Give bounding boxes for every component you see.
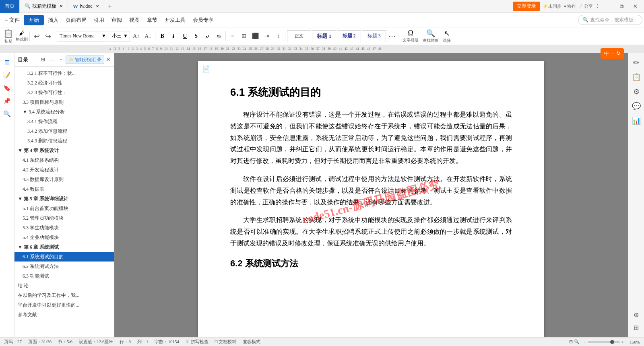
add-tab-button[interactable]: + (104, 3, 116, 10)
redo-button[interactable]: ↪ (43, 30, 53, 42)
zoom-minus[interactable]: − (584, 340, 586, 344)
menu-chapter[interactable]: 章节 (144, 15, 161, 25)
toc-icon-button[interactable]: ☰ (1, 56, 13, 68)
zoom-slider-thumb[interactable] (610, 340, 614, 344)
ai-recognize-button[interactable]: ✨ 智能识别目录 (66, 56, 104, 64)
menu-review[interactable]: 审阅 (108, 15, 125, 25)
tab-home[interactable]: 首页 (0, 0, 20, 13)
floating-toolbar-action[interactable]: ↻ (616, 50, 621, 57)
list-bullet-button[interactable]: ≡ (227, 30, 238, 42)
undo-button[interactable]: ↩ (31, 30, 42, 42)
collab-button[interactable]: ♦ 协作 (564, 3, 576, 9)
right-bottom-2[interactable]: ⊞ (630, 321, 643, 334)
menu-start[interactable]: 开始 (24, 15, 44, 25)
status-spell-check[interactable]: ☑ 拼写检查 (186, 339, 208, 345)
style-heading2[interactable]: 标题 2 (337, 30, 361, 42)
minimize-button[interactable]: — (602, 2, 613, 11)
toc-item-ch5[interactable]: ▼ 第 5 章 系统详细设计 (14, 194, 114, 204)
sidebar-plus-button[interactable]: + (58, 56, 64, 64)
right-clipboard-button[interactable]: 📋 (630, 71, 643, 84)
style-heading3[interactable]: 标题 3 (362, 30, 386, 42)
subscript-button[interactable]: x₂ (213, 31, 224, 41)
right-settings-button[interactable]: ⚙ (630, 85, 643, 98)
view-grid-icon[interactable]: ⊞ (569, 339, 573, 344)
toc-item-after2[interactable]: 平台开发中可以更好更快的... (14, 300, 114, 310)
toc-item-conclusion[interactable]: 结 论 (14, 281, 114, 290)
toc-item-6-2[interactable]: 6.2 系统测试方法 (14, 262, 114, 271)
close-button[interactable]: ✕ (630, 2, 641, 11)
toc-item-ch6[interactable]: ▼ 第 6 章 系统测试 (14, 242, 114, 252)
toc-item-3-2-1[interactable]: 3.2.1 权不可行性：状... (14, 68, 114, 78)
styles-more-button[interactable]: ⋯ (387, 32, 397, 41)
format-paint-button[interactable]: 🖌 格式刷 (16, 30, 28, 42)
toc-item-3-2-3[interactable]: 3.2.3 操作可行性： (14, 88, 114, 97)
bookmark-icon-button[interactable]: 🔖 (1, 82, 13, 94)
toc-item-refs[interactable]: 参考文献 (14, 310, 114, 319)
toc-item-5-1[interactable]: 5.1 前台首页功能模块 (14, 204, 114, 213)
font-decrease-button[interactable]: A↓ (142, 30, 153, 42)
sidebar-expand-button[interactable]: ⊞ (39, 56, 47, 64)
list-number-button[interactable]: ⊞ (239, 30, 249, 42)
sidebar-collapse-button[interactable]: — (48, 56, 56, 64)
toc-item-4-1[interactable]: 4.1 系统体系结构 (14, 155, 114, 165)
toc-item-4-2[interactable]: 4.2 开发流程设计 (14, 165, 114, 175)
zoom-control[interactable]: − + 150% (584, 340, 640, 344)
menu-page-layout[interactable]: 页面布局 (62, 15, 90, 25)
zoom-plus[interactable]: + (621, 340, 624, 344)
toc-item-3-4-3[interactable]: 3.4.3 删除信息流程 (14, 136, 114, 146)
toc-item-4-4[interactable]: 4.4 数据表 (14, 184, 114, 194)
menu-search-box[interactable]: 🔍 查找命令，搜索模板 (578, 15, 642, 25)
indent-button[interactable]: ⇥ (262, 30, 272, 42)
toc-item-3-4-2[interactable]: 3.4.2 添加信息流程 (14, 126, 114, 136)
view-search-icon[interactable]: 🔍 (574, 339, 580, 344)
toc-item-5-4[interactable]: 5.4 企业功能模块 (14, 233, 114, 242)
sidebar-close-button[interactable]: ✕ (106, 56, 111, 63)
menu-insert[interactable]: 插入 (45, 15, 62, 25)
menu-view[interactable]: 视图 (126, 15, 143, 25)
floating-toolbar[interactable]: 中 ·· ↻ (601, 48, 624, 59)
italic-button[interactable]: I (168, 31, 179, 41)
share-button[interactable]: ↗ 分享 (578, 3, 593, 9)
toc-item-3-3[interactable]: 3.3 项目目标与原则 (14, 97, 114, 107)
register-button[interactable]: 立即登录 (513, 2, 540, 11)
right-chart-button[interactable]: 📊 (630, 114, 643, 127)
search-icon-button[interactable]: 🔍 (1, 108, 13, 120)
superscript-button[interactable]: x² (202, 31, 213, 41)
toc-item-3-4-1[interactable]: 3.4.1 操作流程 (14, 117, 114, 126)
style-heading1[interactable]: 标题 1 (312, 30, 336, 42)
more-button[interactable]: ⋮ (595, 4, 600, 9)
paste-button[interactable]: 📋 粘贴 (2, 29, 15, 44)
style-normal[interactable]: 正文 (287, 30, 311, 42)
tab-doc[interactable]: W lw.doc ✕ (68, 0, 104, 13)
strikethrough-button[interactable]: S (191, 31, 201, 41)
sync-button[interactable]: ⚡未同步 (543, 3, 561, 9)
status-view-icons[interactable]: ⊞ 🔍 (569, 339, 580, 344)
status-doc-verify[interactable]: □ 文档校对 (215, 339, 236, 345)
align-left-button[interactable]: ⬛ (250, 30, 261, 42)
toc-item-6-1[interactable]: 6.1 系统测试的目的 (14, 252, 114, 262)
toc-item-3-2-2[interactable]: 3.2.2 经济可行性 (14, 78, 114, 88)
right-bottom-1[interactable]: ⊕ (630, 308, 643, 321)
tab-doc-close[interactable]: ✕ (96, 4, 99, 8)
font-size-selector[interactable]: 小三 ▼ (110, 31, 130, 41)
document-area[interactable]: 📄 6.1 系统测试的目的 程序设计不能保证没有错误，这是一个开发过程，在错误或… (114, 53, 628, 337)
toc-item-3-4[interactable]: ▼ 3.4 系统流程分析 (14, 107, 114, 117)
font-increase-button[interactable]: A↑ (131, 30, 142, 42)
font-name-selector[interactable]: Times New Roma ▼ (57, 31, 109, 41)
line-spacing-button[interactable]: ↕ (273, 30, 283, 42)
toc-item-5-2[interactable]: 5.2 管理员功能模块 (14, 213, 114, 223)
menu-devtools[interactable]: 开发工具 (161, 15, 189, 25)
underline-button[interactable]: U (180, 31, 190, 41)
zoom-slider[interactable] (588, 341, 620, 343)
find-replace-button[interactable]: 🔍 查找替换 (421, 29, 440, 43)
right-comment-button[interactable]: 💬 (630, 100, 643, 113)
toc-item-4-3[interactable]: 4.3 数据库设计原则 (14, 175, 114, 184)
toc-item-6-3[interactable]: 6.3 功能测试 (14, 271, 114, 281)
pin-icon-button[interactable]: 📌 (1, 95, 13, 107)
menu-file[interactable]: ≡ 文件 (2, 15, 23, 25)
maximize-button[interactable]: ⧉ (616, 2, 627, 11)
toc-item-ch4[interactable]: ▼ 第 4 章 系统设计 (14, 146, 114, 155)
menu-vip[interactable]: 会员专享 (190, 15, 217, 25)
select-button[interactable]: ↖ 选择 (441, 29, 452, 43)
text-format-button[interactable]: Ω 文字排版 (401, 29, 420, 43)
